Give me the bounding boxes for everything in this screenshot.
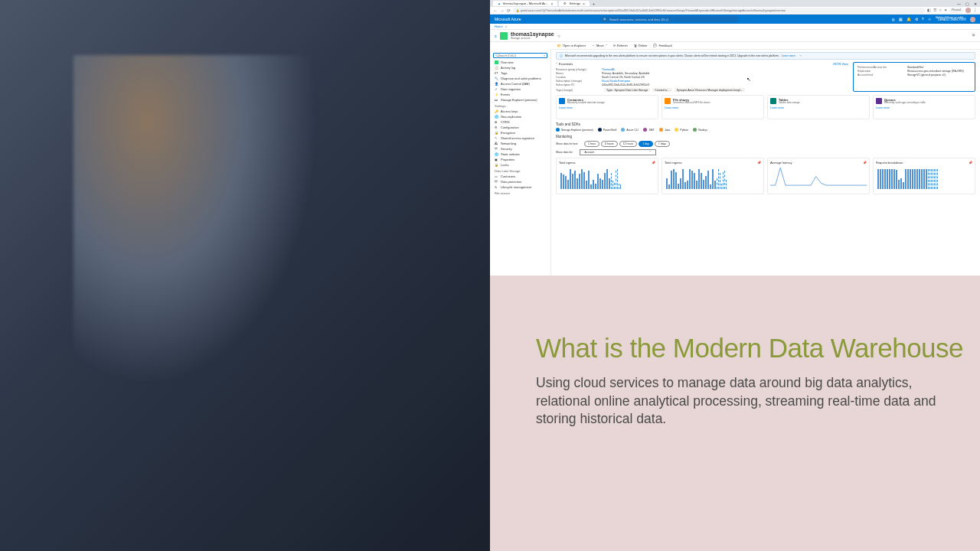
extension-icon[interactable]: ◧ [927,8,931,13]
learn-more-link[interactable]: Learn more [770,106,867,109]
notifications-icon[interactable]: 🔔 [906,17,911,21]
sidebar-item-migration[interactable]: ↗Data migration [490,86,550,92]
delete-button[interactable]: 🗑 Delete [634,44,648,47]
sidebar-item-overview[interactable]: Overview [490,60,550,65]
hamburger-icon[interactable]: ≡ [495,34,497,38]
sidebar-item-static[interactable]: 🌐Static website [490,152,550,157]
essentials-toggle[interactable]: ˄ Essentials JSON View [556,62,848,66]
close-icon[interactable]: × [583,2,585,6]
sdk-python[interactable]: Python [675,128,688,132]
alert-learn-more-link[interactable]: Learn more [782,54,795,57]
url-input[interactable]: 🔒 portal.azure.com/#@ThomasleaAnthalatio… [513,8,925,13]
maximize-icon[interactable]: ▢ [965,2,969,6]
cloud-shell-icon[interactable]: ⊵ [892,17,895,21]
directory-icon[interactable]: ▦ [899,17,903,21]
tag-pill[interactable]: Created w… [652,88,671,92]
favorite-icon[interactable]: ☆ [557,34,560,38]
user-avatar-icon[interactable] [970,17,975,22]
sdk-dotnet[interactable]: .NET [643,128,655,132]
back-icon[interactable]: ← [493,8,498,13]
sidebar-item-activity[interactable]: 📋Activity log [490,65,550,70]
time-pill-1d[interactable]: 1 day [639,141,653,147]
tag-pill[interactable]: Type : Synapse Data Lake Storage [604,88,650,92]
chart-avg-latency[interactable]: Average latency📌 [767,158,870,194]
sidebar-group-dls: Data Lake Storage [490,168,550,174]
sidebar-item-lifecycle[interactable]: ↻Lifecycle management [490,184,550,190]
azure-brand[interactable]: Microsoft Azure [495,17,521,21]
chart-request-breakdown[interactable]: Request breakdown📌 [873,158,975,194]
sidebar-item-events[interactable]: ⚡Events [490,92,550,97]
resource-group-link[interactable]: ThomasML [602,68,616,71]
move-button[interactable]: → Move ˅ [592,44,607,47]
learn-more-link[interactable]: Learn more [876,106,972,109]
extension-icon[interactable]: ☰ [933,8,936,13]
sidebar-item-security[interactable]: 🛡Security [490,146,550,152]
reload-icon[interactable]: ⟳ [507,8,511,13]
new-tab-button[interactable]: + [593,2,596,6]
close-icon[interactable]: ✕ [974,2,977,6]
aggregation-select[interactable]: Account˅ [580,149,656,155]
feedback-icon[interactable]: ☺ [928,17,932,21]
sdk-powershell[interactable]: PowerShell [598,128,617,132]
time-pill-12h[interactable]: 12 hours [619,141,638,147]
card-containers[interactable]: ContainersMassively scalable data lake s… [556,95,658,119]
pin-icon[interactable]: 📌 [863,161,867,165]
sidebar-item-iam[interactable]: 👤Access Control (IAM) [490,81,550,86]
sdk-nodejs[interactable]: Node.js [693,128,707,132]
profile-paused[interactable]: Paused [949,8,963,13]
learn-more-link[interactable]: Learn more [559,106,655,109]
sdk-java[interactable]: Java [659,128,670,132]
sidebar-item-tags[interactable]: 🏷Tags [490,70,550,76]
breadcrumb-home[interactable]: Home [495,24,503,28]
bookmark-icon[interactable]: ☆ [939,8,942,13]
json-view-link[interactable]: JSON View [833,62,848,66]
sidebar-item-geo[interactable]: 🌐Geo-replication [490,114,550,119]
time-pill-1h[interactable]: 1 hour [584,141,599,147]
forward-icon[interactable]: → [500,8,505,13]
card-fileshares[interactable]: File sharesServerless SMB and NFS file s… [662,95,764,119]
extensions-icon[interactable]: ✦ [944,8,947,13]
refresh-button[interactable]: ⟳ Refresh [613,44,628,47]
close-icon[interactable]: × [551,2,554,6]
sidebar-item-keys[interactable]: 🔑Access keys [490,109,550,114]
gear-icon[interactable]: ⚙ [915,17,918,21]
value: 445a4f32-5fa6-452a-8c85-3cb529f55cf1 [602,83,649,86]
sidebar-item-explorer[interactable]: 🗂Storage Explorer (preview) [490,97,550,103]
profile-avatar-icon[interactable] [965,8,971,13]
card-tables[interactable]: TablesTabular data storage Learn more [767,95,870,119]
open-explorer-button[interactable]: 📂 Open in Explorer [557,44,586,47]
time-pill-7d[interactable]: 7 days [655,141,670,147]
sidebar-item-diagnose[interactable]: 🔧Diagnose and solve problems [490,76,550,81]
browser-tab-settings[interactable]: ⚙ Settings × [559,1,589,6]
sdk-storage-explorer[interactable]: Storage Explorer (preview) [556,128,593,132]
sidebar-search-input[interactable]: 🔍 Search (Ctrl+/)× [493,53,547,58]
browser-tab-azure[interactable]: ▲ thomas1synapse - Microsoft Az… × [493,1,557,6]
time-pill-6h[interactable]: 6 hours [601,141,618,147]
minimize-icon[interactable]: — [957,2,961,6]
sidebar-item-networking[interactable]: 🖧Networking [490,141,550,146]
pin-icon[interactable]: 📌 [757,161,761,165]
card-queues[interactable]: QueuesEffectively scale apps according t… [873,95,975,119]
chart-total-egress[interactable]: Total egress📌 [556,158,658,194]
feedback-button[interactable]: 💬 Feedback [653,44,672,47]
pin-icon[interactable]: 📌 [969,161,972,165]
sidebar-item-sas[interactable]: ✎Shared access signature [490,135,550,141]
menu-icon[interactable]: ⋮ [973,8,977,13]
azure-search-input[interactable]: 🔍 Search resources, services, and docs (… [600,16,738,22]
sidebar-item-dataprotection[interactable]: 🛡Data protection [490,179,550,184]
subscription-link[interactable]: Visual Studio Enterprise [602,80,630,83]
sidebar-item-config[interactable]: ⚙Configuration [490,125,550,130]
sidebar-item-properties[interactable]: ▣Properties [490,157,550,162]
tag-pill[interactable]: Synapse Azure Resource Manager deploymen… [675,88,745,92]
user-account[interactable]: thleblan@thom.ac-inbla… DEFAULT DIRECTOR… [936,17,966,22]
chart-total-ingress[interactable]: Total ingress📌 [662,158,764,194]
sdk-cli[interactable]: Azure CLI [621,128,639,132]
sidebar-item-containers[interactable]: ▭Containers [490,174,550,179]
close-icon[interactable]: ✕ [972,32,975,37]
help-icon[interactable]: ? [922,17,924,21]
pin-icon[interactable]: 📌 [652,161,655,165]
sidebar-item-cors[interactable]: ⊞CORS [490,119,550,125]
learn-more-link[interactable]: Learn more [665,106,761,109]
sidebar-item-encryption[interactable]: 🔒Encryption [490,130,550,135]
sidebar-item-locks[interactable]: 🔒Locks [490,162,550,168]
